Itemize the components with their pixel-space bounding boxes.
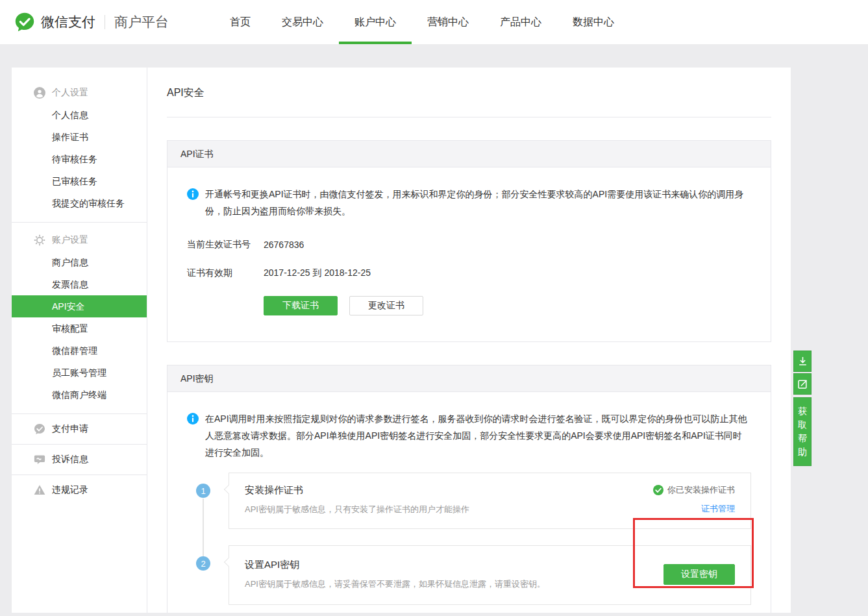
info-icon <box>187 188 199 200</box>
api-cert-card-body: 开通帐号和更换API证书时，由微信支付签发，用来标识和界定你的身份；部分安全性要… <box>167 167 771 341</box>
sidebar-item-reviewed-tasks[interactable]: 已审核任务 <box>12 170 147 192</box>
check-circle-icon <box>653 485 663 495</box>
info-icon <box>187 413 199 425</box>
step-1-content: 安装操作证书 API密钥属于敏感信息，只有安装了操作证书的用户才能操作 <box>245 484 469 515</box>
download-cert-button[interactable]: 下载证书 <box>264 296 338 315</box>
nav-item-transaction-center[interactable]: 交易中心 <box>266 0 339 44</box>
api-key-info-text: 在API调用时用来按照指定规则对你的请求参数进行签名，服务器收到你的请求时会进行… <box>205 410 751 461</box>
page-title: API安全 <box>167 68 771 117</box>
step-1-title: 安装操作证书 <box>245 484 469 497</box>
warning-icon <box>34 484 45 496</box>
cert-manage-link[interactable]: 证书管理 <box>701 503 735 515</box>
sidebar-item-pending-review-tasks[interactable]: 待审核任务 <box>12 148 147 170</box>
step-2-desc: API密钥属于敏感信息，请妥善保管不要泄露，如果怀疑信息泄露，请重设密钥。 <box>245 578 545 590</box>
nav-item-data-center[interactable]: 数据中心 <box>557 0 630 44</box>
sidebar-link-label: 投诉信息 <box>52 454 88 465</box>
cert-validity-value: 2017-12-25 到 2018-12-25 <box>264 267 371 279</box>
sidebar-item-personal-info[interactable]: 个人信息 <box>12 104 147 126</box>
step-1-desc: API密钥属于敏感信息，只有安装了操作证书的用户才能操作 <box>245 504 469 515</box>
change-cert-button[interactable]: 更改证书 <box>349 296 423 315</box>
set-api-key-button[interactable]: 设置密钥 <box>663 564 735 585</box>
main-nav: 首页 交易中心 账户中心 营销中心 产品中心 数据中心 <box>214 0 630 44</box>
api-cert-card: API证书 开通帐号和更换API证书时，由微信支付签发，用来标识和界定你的身份；… <box>167 140 771 342</box>
edit-float-button[interactable] <box>793 373 812 395</box>
api-key-steps: 1 安装操作证书 API密钥属于敏感信息，只有安装了操作证书的用户才能操作 <box>187 473 751 605</box>
sidebar-item-merchant-info[interactable]: 商户信息 <box>12 251 147 273</box>
logo-separator <box>105 15 105 29</box>
step-1-number-badge: 1 <box>196 484 210 498</box>
step-2-content: 设置API密钥 API密钥属于敏感信息，请妥善保管不要泄露，如果怀疑信息泄露，请… <box>245 559 545 590</box>
content-panel: 个人设置 个人信息 操作证书 待审核任务 已审核任务 我提交的审核任务 账户设置… <box>12 68 791 613</box>
step-1-status-area: 你已安装操作证书 证书管理 <box>653 484 735 515</box>
nav-item-home[interactable]: 首页 <box>214 0 266 44</box>
api-key-card: API密钥 在API调用时用来按照指定规则对你的请求参数进行签名，服务器收到你的… <box>167 365 771 613</box>
cert-installed-status-text: 你已安装操作证书 <box>667 484 735 496</box>
sidebar-item-wechat-group-mgmt[interactable]: 微信群管理 <box>12 339 147 362</box>
sidebar: 个人设置 个人信息 操作证书 待审核任务 已审核任务 我提交的审核任务 账户设置… <box>12 68 147 613</box>
cert-validity-row: 证书有效期 2017-12-25 到 2018-12-25 <box>187 267 751 279</box>
brand-product-name: 微信支付 <box>41 13 95 31</box>
sidebar-section-title: 个人设置 <box>52 87 88 99</box>
wechat-pay-logo-icon <box>14 12 35 32</box>
comment-icon <box>34 454 45 465</box>
step-1-box: 安装操作证书 API密钥属于敏感信息，只有安装了操作证书的用户才能操作 <box>229 473 751 529</box>
sidebar-item-wechat-merchant-terminal[interactable]: 微信商户终端 <box>12 384 147 406</box>
cert-number-row: 当前生效证书号 26767836 <box>187 239 751 251</box>
download-icon <box>797 356 808 367</box>
sidebar-section-title: 账户设置 <box>52 234 88 246</box>
cert-number-value: 26767836 <box>264 240 304 250</box>
sidebar-item-complaint-info[interactable]: 投诉信息 <box>12 444 147 474</box>
brand-logo: 微信支付 商户平台 <box>14 12 169 32</box>
step-1-marker: 1 <box>187 473 229 529</box>
user-icon <box>34 87 45 99</box>
wechat-bubble-icon <box>34 423 45 435</box>
top-header: 微信支付 商户平台 首页 交易中心 账户中心 营销中心 产品中心 数据中心 <box>0 0 868 44</box>
cert-validity-label: 证书有效期 <box>187 267 264 279</box>
api-cert-card-title: API证书 <box>167 141 771 167</box>
get-help-button[interactable]: 获取帮助 <box>793 397 812 466</box>
sidebar-item-my-submitted-tasks[interactable]: 我提交的审核任务 <box>12 192 147 214</box>
main-content: API安全 API证书 开通帐号和更换API证书时，由微信支付签发，用来标识和界… <box>147 68 791 613</box>
sidebar-item-review-config[interactable]: 审核配置 <box>12 317 147 339</box>
sidebar-item-operation-cert[interactable]: 操作证书 <box>12 126 147 148</box>
step-2-marker: 2 <box>187 545 229 605</box>
api-cert-info: 开通帐号和更换API证书时，由微信支付签发，用来标识和界定你的身份；部分安全性要… <box>187 186 751 219</box>
sidebar-item-invoice-info[interactable]: 发票信息 <box>12 273 147 295</box>
floating-helper-panel: 获取帮助 <box>793 351 812 466</box>
step-2-title: 设置API密钥 <box>245 559 545 571</box>
sidebar-section-account-header: 账户设置 <box>12 229 147 251</box>
api-key-info: 在API调用时用来按照指定规则对你的请求参数进行签名，服务器收到你的请求时会进行… <box>187 410 751 461</box>
nav-item-marketing-center[interactable]: 营销中心 <box>412 0 484 44</box>
step-1-row: 1 安装操作证书 API密钥属于敏感信息，只有安装了操作证书的用户才能操作 <box>187 473 751 529</box>
api-key-card-body: 在API调用时用来按照指定规则对你的请求参数进行签名，服务器收到你的请求时会进行… <box>167 392 771 613</box>
api-cert-info-text: 开通帐号和更换API证书时，由微信支付签发，用来标识和界定你的身份；部分安全性要… <box>205 186 751 219</box>
step-connector-line <box>203 499 204 557</box>
cert-number-label: 当前生效证书号 <box>187 239 264 251</box>
sidebar-link-label: 支付申请 <box>52 423 88 435</box>
sidebar-section-account: 账户设置 商户信息 发票信息 API安全 审核配置 微信群管理 员工账号管理 微… <box>12 222 147 413</box>
sidebar-section-personal-header: 个人设置 <box>12 82 147 104</box>
api-key-card-title: API密钥 <box>167 365 771 392</box>
sidebar-section-personal: 个人设置 个人信息 操作证书 待审核任务 已审核任务 我提交的审核任务 <box>12 82 147 222</box>
nav-item-product-center[interactable]: 产品中心 <box>484 0 557 44</box>
brand-portal-name: 商户平台 <box>114 13 169 31</box>
sidebar-link-label: 违规记录 <box>52 484 88 496</box>
nav-item-account-center[interactable]: 账户中心 <box>339 0 412 44</box>
download-float-button[interactable] <box>793 351 812 372</box>
step-2-number-badge: 2 <box>196 556 210 571</box>
cert-installed-status: 你已安装操作证书 <box>653 484 735 496</box>
edit-icon <box>797 378 808 389</box>
sidebar-item-payment-apply[interactable]: 支付申请 <box>12 413 147 444</box>
sidebar-item-staff-account-mgmt[interactable]: 员工账号管理 <box>12 362 147 384</box>
sidebar-item-api-security[interactable]: API安全 <box>12 295 147 317</box>
gear-icon <box>34 234 45 246</box>
cert-actions: 下载证书 更改证书 <box>264 296 751 315</box>
step-2-row: 2 设置API密钥 API密钥属于敏感信息，请妥善保管不要泄露，如果怀疑信息泄露… <box>187 545 751 605</box>
step-2-box: 设置API密钥 API密钥属于敏感信息，请妥善保管不要泄露，如果怀疑信息泄露，请… <box>229 545 751 605</box>
sidebar-item-violation-records[interactable]: 违规记录 <box>12 474 147 505</box>
